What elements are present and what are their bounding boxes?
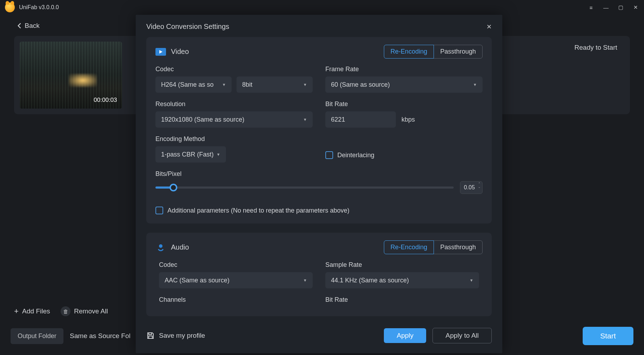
dialog-close-button[interactable]: ✕ (486, 23, 492, 31)
video-thumbnail[interactable]: 00:00:03 (20, 42, 122, 109)
apply-button[interactable]: Apply (384, 328, 426, 343)
additional-params-label: Additional parameters (No need to repeat… (167, 207, 349, 214)
chevron-down-icon: ▼ (303, 117, 307, 122)
video-passthrough-tab[interactable]: Passthrough (434, 45, 483, 59)
add-files-button[interactable]: + Add Files (14, 307, 50, 316)
deinterlacing-checkbox[interactable] (325, 151, 333, 159)
video-section-title: Video (171, 48, 189, 56)
save-profile-button[interactable]: Save my profile (146, 331, 205, 340)
bitrate-label: Bit Rate (325, 100, 483, 108)
video-re-encoding-tab[interactable]: Re-Encoding (384, 45, 434, 59)
menu-icon[interactable]: ≡ (588, 4, 595, 11)
chevron-down-icon: ▼ (470, 278, 473, 282)
bitrate-input[interactable]: 6221 (325, 111, 396, 128)
channels-label: Channels (159, 296, 313, 304)
start-button[interactable]: Start (583, 327, 633, 345)
remove-all-button[interactable]: 🗑 Remove All (61, 306, 108, 316)
bits-pixel-value[interactable]: 0.05 (460, 181, 483, 194)
chevron-down-icon: ▼ (303, 82, 307, 87)
output-folder-path: Same as Source Fol (70, 332, 130, 340)
encoding-method-label: Encoding Method (155, 135, 313, 143)
video-conversion-settings-dialog: Video Conversion Settings ✕ Video Re-Enc… (136, 15, 502, 353)
dialog-title: Video Conversion Settings (146, 23, 229, 31)
minimize-button[interactable]: — (602, 4, 609, 11)
audio-section: Audio Re-Encoding Passthrough Codec AAC … (146, 233, 492, 316)
resolution-select[interactable]: 1920x1080 (Same as source)▼ (155, 111, 313, 128)
video-bitdepth-select[interactable]: 8bit▼ (237, 76, 313, 93)
trash-icon: 🗑 (61, 306, 70, 316)
app-logo-icon (5, 2, 15, 12)
output-folder-label[interactable]: Output Folder (11, 328, 63, 344)
video-codec-select[interactable]: H264 (Same as so▼ (155, 76, 232, 93)
framerate-select[interactable]: 60 (Same as source)▼ (325, 76, 483, 93)
audio-re-encoding-tab[interactable]: Re-Encoding (384, 240, 434, 254)
maximize-button[interactable]: ▢ (617, 4, 624, 11)
video-mode-toggle: Re-Encoding Passthrough (384, 45, 483, 59)
audio-passthrough-tab[interactable]: Passthrough (434, 240, 483, 254)
resolution-label: Resolution (155, 100, 313, 108)
close-button[interactable]: ✕ (632, 4, 639, 11)
audio-icon (155, 244, 166, 251)
audio-codec-select[interactable]: AAC (Same as source)▼ (159, 272, 313, 288)
back-icon (18, 23, 21, 29)
video-duration: 00:00:03 (94, 97, 117, 104)
samplerate-select[interactable]: 44.1 KHz (Same as source)▼ (325, 272, 479, 288)
audio-bitrate-label: Bit Rate (325, 296, 479, 304)
video-icon (155, 48, 166, 56)
file-status: Ready to Start (575, 44, 617, 51)
app-title: UniFab v3.0.0.0 (19, 4, 59, 11)
back-label: Back (25, 22, 39, 30)
chevron-down-icon: ▼ (216, 152, 220, 157)
samplerate-label: Sample Rate (325, 261, 479, 269)
save-icon (146, 331, 155, 340)
plus-icon: + (14, 307, 19, 316)
titlebar: UniFab v3.0.0.0 ≡ — ▢ ✕ (0, 0, 644, 15)
chevron-down-icon: ▼ (473, 82, 477, 87)
bitrate-unit: kbps (401, 116, 415, 123)
additional-params-checkbox[interactable] (155, 207, 163, 214)
video-section: Video Re-Encoding Passthrough Codec H264… (146, 37, 492, 224)
framerate-label: Frame Rate (325, 66, 483, 73)
bits-pixel-slider[interactable] (155, 186, 454, 189)
chevron-down-icon: ▼ (222, 82, 226, 87)
audio-section-title: Audio (171, 243, 189, 251)
deinterlacing-label: Deinterlacing (337, 152, 374, 159)
apply-to-all-button[interactable]: Apply to All (433, 328, 492, 343)
encoding-method-select[interactable]: 1-pass CBR (Fast)▼ (155, 146, 226, 163)
audio-codec-label: Codec (159, 261, 313, 269)
codec-label: Codec (155, 66, 313, 73)
bits-pixel-label: Bits/Pixel (155, 170, 483, 178)
audio-mode-toggle: Re-Encoding Passthrough (384, 240, 483, 254)
svg-point-0 (159, 244, 162, 248)
chevron-down-icon: ▼ (303, 278, 307, 282)
